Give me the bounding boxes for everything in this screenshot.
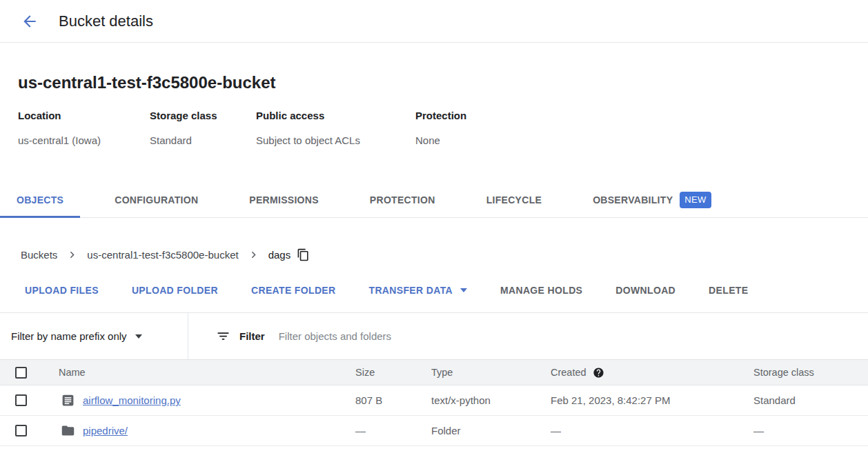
delete-button[interactable]: DELETE xyxy=(709,285,748,296)
table-row: airflow_monitoring.py 807 B text/x-pytho… xyxy=(0,385,868,416)
bucket-name: us-central1-test-f3c5800e-bucket xyxy=(18,72,868,93)
meta-value: None xyxy=(415,134,466,147)
meta-label: Protection xyxy=(415,110,466,122)
table-header-row: Name Size Type Created Storage class xyxy=(0,359,868,385)
column-header-created: Created xyxy=(536,367,739,379)
column-header-type: Type xyxy=(417,367,536,378)
object-link[interactable]: airflow_monitoring.py xyxy=(83,394,181,406)
column-header-storage-class: Storage class xyxy=(739,367,868,378)
object-toolbar: UPLOAD FILES UPLOAD FOLDER CREATE FOLDER… xyxy=(25,285,868,296)
row-checkbox[interactable] xyxy=(15,425,27,436)
cell-size: 807 B xyxy=(341,394,417,406)
cell-type: text/x-python xyxy=(417,394,536,406)
folder-icon xyxy=(61,423,75,438)
filter-input[interactable] xyxy=(277,330,636,343)
tab-configuration[interactable]: CONFIGURATION xyxy=(98,183,215,217)
filter-scope-dropdown[interactable]: Filter by name prefix only xyxy=(0,330,188,342)
tab-permissions[interactable]: PERMISSIONS xyxy=(233,183,335,217)
tab-objects[interactable]: OBJECTS xyxy=(0,183,80,217)
table-row: pipedrive/ — Folder — — xyxy=(0,416,868,446)
download-button[interactable]: DOWNLOAD xyxy=(615,285,675,296)
cell-size: — xyxy=(341,425,417,436)
meta-protection: Protection None xyxy=(415,110,466,147)
copy-icon[interactable] xyxy=(297,248,310,261)
cell-storage-class: — xyxy=(739,425,868,436)
tab-observability[interactable]: OBSERVABILITY NEW xyxy=(576,183,727,217)
select-all-checkbox[interactable] xyxy=(15,367,27,379)
app-header: Bucket details xyxy=(0,0,868,43)
chevron-right-icon xyxy=(247,248,260,261)
filter-row: Filter by name prefix only Filter xyxy=(0,312,868,359)
chevron-down-icon xyxy=(460,288,467,292)
meta-value: Standard xyxy=(150,134,256,147)
tab-lifecycle[interactable]: LIFECYCLE xyxy=(470,183,558,217)
create-folder-button[interactable]: CREATE FOLDER xyxy=(251,285,336,296)
file-icon xyxy=(61,393,75,408)
tab-protection[interactable]: PROTECTION xyxy=(353,183,452,217)
new-badge: NEW xyxy=(680,192,711,208)
vertical-divider xyxy=(188,313,188,360)
meta-location: Location us-central1 (Iowa) xyxy=(18,110,150,147)
breadcrumb: Buckets us-central1-test-f3c5800e-bucket… xyxy=(21,248,868,261)
column-header-name: Name xyxy=(44,367,341,378)
transfer-data-button[interactable]: TRANSFER DATA xyxy=(369,285,467,296)
meta-label: Public access xyxy=(256,110,415,122)
cell-type: Folder xyxy=(417,425,536,436)
meta-label: Storage class xyxy=(150,110,256,122)
meta-label: Location xyxy=(18,110,150,122)
breadcrumb-current-folder: dags xyxy=(268,249,291,261)
chevron-down-icon xyxy=(135,334,142,339)
cell-storage-class: Standard xyxy=(739,394,868,406)
manage-holds-button[interactable]: MANAGE HOLDS xyxy=(500,285,582,296)
meta-value: us-central1 (Iowa) xyxy=(18,134,150,147)
breadcrumb-bucket-name[interactable]: us-central1-test-f3c5800e-bucket xyxy=(87,249,238,261)
filter-label: Filter xyxy=(239,330,265,342)
row-checkbox[interactable] xyxy=(15,394,27,406)
tab-bar: OBJECTS CONFIGURATION PERMISSIONS PROTEC… xyxy=(0,183,868,218)
cell-created: — xyxy=(536,425,739,436)
object-link[interactable]: pipedrive/ xyxy=(83,425,128,436)
upload-folder-button[interactable]: UPLOAD FOLDER xyxy=(132,285,218,296)
breadcrumb-buckets[interactable]: Buckets xyxy=(21,249,57,261)
cell-created: Feb 21, 2023, 8:42:27 PM xyxy=(536,394,739,406)
meta-public-access: Public access Subject to object ACLs xyxy=(256,110,415,147)
bucket-meta: Location us-central1 (Iowa) Storage clas… xyxy=(18,110,868,147)
meta-storage-class: Storage class Standard xyxy=(150,110,256,147)
column-header-size: Size xyxy=(341,367,417,378)
chevron-right-icon xyxy=(66,248,79,261)
back-arrow-icon[interactable] xyxy=(21,12,39,30)
page-title: Bucket details xyxy=(59,12,153,30)
filter-list-icon xyxy=(216,329,230,343)
upload-files-button[interactable]: UPLOAD FILES xyxy=(25,285,99,296)
meta-value: Subject to object ACLs xyxy=(256,134,415,147)
help-icon[interactable] xyxy=(593,367,604,379)
